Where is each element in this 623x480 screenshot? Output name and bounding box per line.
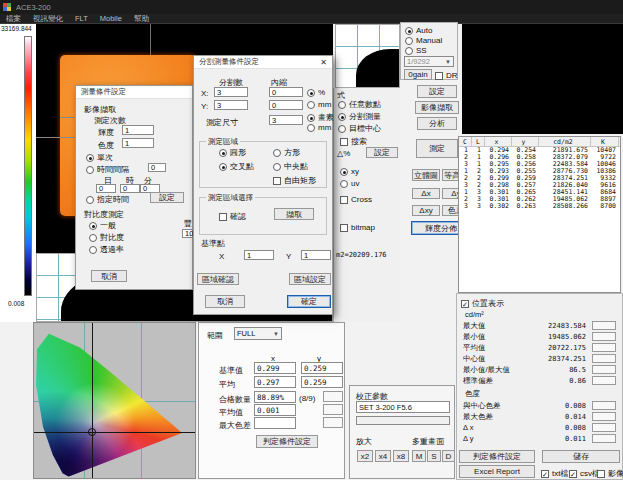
delta-xy-button[interactable]: Δxy [412,205,440,216]
x-inset-field[interactable]: 0 [269,87,303,97]
stat-detail-button[interactable] [592,412,616,421]
y-inset-field[interactable]: 0 [269,100,303,110]
time-set-button[interactable]: 設定 [150,192,184,203]
average-y-field[interactable]: 0.259 [301,376,343,388]
radio-crosspoint[interactable]: 交叉點 [219,161,254,172]
table-row[interactable]: 220.2990.25928374.2519332 [459,175,620,182]
luminance-count-field[interactable]: 1 [122,125,154,135]
multi-m-button[interactable]: M [412,450,426,462]
radio-contrast[interactable]: 對比度 [89,232,124,243]
zoom-x4-button[interactable]: x4 [375,450,391,462]
radio-split-measure[interactable]: 分割測量 [338,111,381,122]
base-y-field[interactable]: 1 [301,250,331,260]
delta-x-button[interactable]: Δx [412,188,440,199]
stat-detail-button[interactable] [592,343,616,352]
table-row[interactable]: 130.3010.26528451.1418684 [459,189,620,196]
table-row[interactable]: 120.2930.25528776.73010386 [459,168,620,175]
radio-pixel[interactable]: 畫素 [307,112,334,123]
excel-report-button[interactable]: Excel Report [459,465,535,478]
dialog-titlebar[interactable]: 測量條件設定 [76,86,192,99]
dialog-titlebar[interactable]: 分割測量條件設定 [194,56,332,69]
multi-s-button[interactable]: S [427,450,441,462]
table-row[interactable]: 110.2940.25421891.67510407 [459,147,620,154]
stat-detail-button[interactable] [592,354,616,363]
judge-condition-button2[interactable]: 判定條件設定 [256,435,318,448]
capture-preview-image[interactable] [462,24,623,134]
menu-file[interactable]: 檔案 [6,14,21,24]
zoom-x8-button[interactable]: x8 [393,450,409,462]
checkbox-dr[interactable]: DR [435,71,458,80]
radio-mm2[interactable]: mm [307,123,331,132]
reference-x-field[interactable]: 0.299 [254,362,296,374]
judge-condition-button[interactable]: 判定條件設定 [459,450,535,463]
radio-ss[interactable]: SS [405,46,427,55]
radio-square[interactable]: 方形 [273,147,300,158]
radio-percent[interactable]: % [307,88,325,97]
stat-detail-button[interactable] [592,321,616,330]
checkbox-bitmap[interactable]: bitmap [340,223,375,232]
checkbox-free-rect[interactable]: 自由矩形 [273,175,316,186]
base-x-field[interactable]: 1 [244,250,274,260]
image-capture-button[interactable]: 影像擷取 [415,101,459,114]
stat-detail-button[interactable] [592,376,616,385]
checkbox-csv-file[interactable]: ✓csv檔 [569,468,600,479]
zoom-grid-window-top[interactable] [335,24,400,88]
range-dropdown[interactable]: FULL▼ [234,327,282,340]
radio-single[interactable]: 單次 [86,152,113,163]
stat-detail-button[interactable] [592,401,616,410]
shutter-dropdown[interactable]: 1/9292▼ [404,56,454,67]
pass-count-field[interactable]: 88.89% [254,391,296,403]
radio-xy[interactable]: xy [340,167,359,176]
zoom-x2-button[interactable]: x2 [357,450,373,462]
stat-detail-button[interactable] [592,332,616,341]
close-icon[interactable]: ✕ [318,57,329,68]
radio-circle[interactable]: 圓形 [219,147,246,158]
settings-button[interactable]: 設定 [417,85,457,98]
radio-centerpoint[interactable]: 中央點 [273,161,308,172]
multi-d-button[interactable]: D [442,450,455,462]
checkbox-search[interactable]: 搜索 [340,136,367,147]
stat-detail-button[interactable] [592,434,616,443]
analyze-button[interactable]: 分析 [417,117,457,130]
3d-map-button[interactable]: 立體圖 [412,169,440,181]
radio-transmittance[interactable]: 透過率 [89,244,124,255]
checkbox-confirm[interactable]: 確認 [219,211,246,222]
gain-button[interactable]: 0gain [404,69,432,80]
size-field[interactable]: 3 [269,115,303,125]
checkbox-cross[interactable]: Cross [340,195,372,204]
radio-specified-time[interactable]: 指定時間 [86,194,129,205]
checkbox-txt-file[interactable]: ✓txt檔 [541,468,568,479]
radio-target-center[interactable]: 目標中心 [338,123,381,134]
table-row[interactable]: 320.2980.25721826.0409616 [459,182,620,189]
menu-help[interactable]: 幫助 [134,14,149,24]
stat-detail-button[interactable] [592,423,616,432]
radio-general[interactable]: 一般 [89,220,116,231]
day-field[interactable]: 0 [96,184,116,193]
radio-uv[interactable]: uv [340,179,359,188]
average-value-field[interactable]: 0.001 [254,404,296,416]
window-titlebar[interactable]: ACE3-200 [0,0,623,14]
measure-button[interactable]: 測定 [416,139,458,158]
measurement-table[interactable]: CLxycd/m2K 110.2940.25421891.67510407 21… [458,136,621,293]
chroma-count-field[interactable]: 1 [122,138,154,148]
x-divisions-field[interactable]: 3 [214,87,248,97]
table-row[interactable]: 330.3020.26328508.2668700 [459,203,620,210]
hour-field[interactable]: 0 [120,184,140,193]
interval-field[interactable]: 0 [148,163,166,172]
checkbox-position-display[interactable]: ✓位置表示 [461,298,504,309]
radio-interval[interactable]: 時間間隔 [86,164,129,175]
cancel-button[interactable]: 取消 [205,295,245,308]
radio-any-points[interactable]: 任意數點 [338,99,381,110]
occluded-value-field[interactable]: 10 [182,229,193,238]
save-button[interactable]: 儲存 [542,450,620,463]
table-row[interactable]: 230.3010.26219485.0628897 [459,196,620,203]
radio-manual[interactable]: Manual [405,36,442,45]
radio-auto[interactable]: Auto [405,26,432,35]
ok-button[interactable]: 確定 [287,295,331,308]
max-color-diff-field[interactable] [254,417,296,429]
area-set-button[interactable]: 區域設定 [289,273,331,285]
cancel-button[interactable]: 取消 [91,270,127,282]
checkbox-image-file[interactable]: 影像檔 [597,468,623,479]
y-divisions-field[interactable]: 3 [214,100,248,110]
radio-mm[interactable]: mm [307,100,331,109]
